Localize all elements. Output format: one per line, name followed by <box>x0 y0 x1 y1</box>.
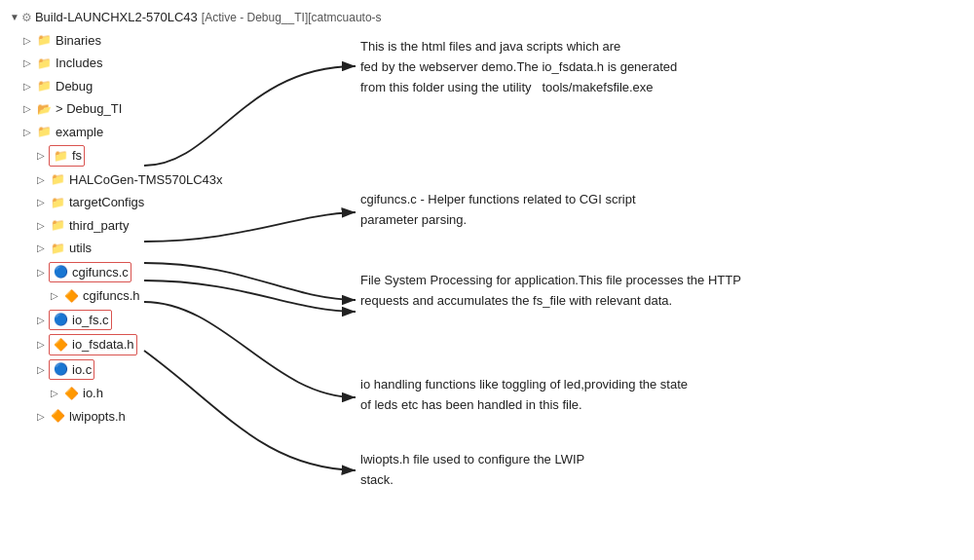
tree-item-debug-ti[interactable]: ▷ 📂 > Debug_TI <box>10 97 253 121</box>
expand-arrow-example: ▷ <box>23 125 33 139</box>
cgifuncs-h-file-icon: 🔶 <box>62 288 80 304</box>
tree-item-cgifuncs-h[interactable]: ▷ 🔶 cgifuncs.h <box>10 284 253 308</box>
io-fsdata-h-label: io_fsdata.h <box>72 335 134 355</box>
build-root-label: Build-LAUNCHXL2-570LC43 <box>35 8 198 27</box>
expand-arrow-cgifuncs-h: ▷ <box>51 288 60 303</box>
debug-ti-folder-icon: 📂 <box>35 101 53 117</box>
io-c-label: io.c <box>72 360 92 380</box>
io-fsdata-h-highlighted: 🔶 io_fsdata.h <box>49 334 137 355</box>
tree-item-targetconfigs[interactable]: ▷ 📁 targetConfigs <box>10 191 253 214</box>
annotation-lwipopts-text: lwiopts.h file used to configure the LWI… <box>360 452 584 487</box>
expand-arrow-includes: ▷ <box>23 56 33 70</box>
debug-folder-icon: 📁 <box>35 78 53 93</box>
tree-item-utils[interactable]: ▷ 📁 utils <box>10 237 253 260</box>
halcogen-label: HALCoGen-TMS570LC43x <box>69 170 223 190</box>
example-folder-icon: 📁 <box>35 124 53 139</box>
tree-item-halcogen[interactable]: ▷ 📁 HALCoGen-TMS570LC43x <box>10 168 253 192</box>
expand-arrow-third-party: ▷ <box>37 218 47 233</box>
fs-label: fs <box>72 146 82 166</box>
build-icon: ⚙ <box>21 10 32 25</box>
annotation-cgifuncs-text: cgifuncs.c - Helper functions related to… <box>360 192 636 227</box>
tree-item-io-fsdata-h[interactable]: ▷ 🔶 io_fsdata.h <box>10 332 253 357</box>
cgifuncs-c-file-icon: 🔵 <box>52 264 69 280</box>
file-tree: ▼ ⚙ Build-LAUNCHXL2-570LC43 [Active - De… <box>0 0 253 433</box>
tree-item-binaries[interactable]: ▷ 📁 Binaries <box>10 29 253 53</box>
expand-arrow-halcogen: ▷ <box>37 172 47 187</box>
expand-arrow-fs: ▷ <box>37 148 47 163</box>
expand-arrow-io-c: ▷ <box>37 362 47 377</box>
tree-item-includes[interactable]: ▷ 📁 Includes <box>10 52 253 75</box>
tree-item-cgifuncs-c[interactable]: ▷ 🔵 cgifuncs.c <box>10 260 253 285</box>
expand-arrow-targetconfigs: ▷ <box>37 195 47 209</box>
example-label: example <box>56 123 103 142</box>
io-c-file-icon: 🔵 <box>52 361 69 377</box>
halcogen-folder-icon: 📁 <box>49 171 66 187</box>
expand-arrow-io-h: ▷ <box>51 386 60 400</box>
tree-item-io-h[interactable]: ▷ 🔶 io.h <box>10 382 253 405</box>
annotation-fs: This is the html files and java scripts … <box>360 37 677 97</box>
lwipopts-h-file-icon: 🔶 <box>49 408 66 424</box>
debug-ti-label: > Debug_TI <box>56 99 122 119</box>
expand-arrow-io-fsdata-h: ▷ <box>37 337 47 352</box>
annotation-fs-text: This is the html files and java scripts … <box>360 39 677 94</box>
tree-item-lwipopts-h[interactable]: ▷ 🔶 lwipopts.h <box>10 405 253 429</box>
annotation-io-c-text: io handling functions like toggling of l… <box>360 377 688 412</box>
tree-item-io-fs-c[interactable]: ▷ 🔵 io_fs.c <box>10 308 253 333</box>
io-fs-c-highlighted: 🔵 io_fs.c <box>49 310 112 331</box>
fs-highlighted: 📁 fs <box>49 145 85 167</box>
utils-folder-icon: 📁 <box>49 241 66 256</box>
binaries-folder-icon: 📁 <box>35 32 53 48</box>
expand-arrow-debug: ▷ <box>23 79 33 93</box>
binaries-label: Binaries <box>56 31 101 51</box>
cgifuncs-c-label: cgifuncs.c <box>72 263 129 282</box>
tree-item-build-root[interactable]: ▼ ⚙ Build-LAUNCHXL2-570LC43 [Active - De… <box>10 6 253 29</box>
expand-arrow-utils: ▷ <box>37 241 47 255</box>
expand-arrow: ▼ <box>10 10 19 24</box>
includes-label: Includes <box>56 54 102 73</box>
annotation-cgifuncs: cgifuncs.c - Helper functions related to… <box>360 190 636 231</box>
targetconfigs-label: targetConfigs <box>69 193 144 212</box>
annotation-io-c: io handling functions like toggling of l… <box>360 375 688 416</box>
expand-arrow-binaries: ▷ <box>23 33 33 48</box>
tree-item-third-party[interactable]: ▷ 📁 third_party <box>10 214 253 238</box>
active-tag: [Active - Debug__TI] <box>202 9 308 26</box>
expand-arrow-lwipopts-h: ▷ <box>37 409 47 424</box>
tree-item-fs[interactable]: ▷ 📁 fs <box>10 143 253 168</box>
annotation-lwipopts: lwiopts.h file used to configure the LWI… <box>360 450 584 491</box>
io-h-label: io.h <box>83 384 103 403</box>
annotations-panel: This is the html files and java scripts … <box>360 0 964 560</box>
expand-arrow-debug-ti: ▷ <box>23 101 33 116</box>
utils-label: utils <box>69 239 92 258</box>
debug-label: Debug <box>56 77 93 96</box>
io-fs-c-file-icon: 🔵 <box>52 312 69 327</box>
io-h-file-icon: 🔶 <box>62 386 80 401</box>
third-party-folder-icon: 📁 <box>49 217 66 233</box>
fs-folder-icon: 📁 <box>52 148 69 164</box>
io-c-highlighted: 🔵 io.c <box>49 359 94 381</box>
tree-item-io-c[interactable]: ▷ 🔵 io.c <box>10 357 253 383</box>
includes-folder-icon: 📁 <box>35 56 53 71</box>
targetconfigs-folder-icon: 📁 <box>49 195 66 210</box>
expand-arrow-cgifuncs-c: ▷ <box>37 265 47 280</box>
lwipopts-h-label: lwipopts.h <box>69 407 126 427</box>
annotation-io-fs-text: File System Processing for application.T… <box>360 273 741 308</box>
io-fsdata-h-file-icon: 🔶 <box>52 337 69 353</box>
cgifuncs-c-highlighted: 🔵 cgifuncs.c <box>49 262 131 283</box>
tree-item-example[interactable]: ▷ 📁 example <box>10 121 253 144</box>
cgifuncs-h-label: cgifuncs.h <box>83 286 140 306</box>
annotation-io-fs: File System Processing for application.T… <box>360 271 741 312</box>
tree-item-debug[interactable]: ▷ 📁 Debug <box>10 75 253 98</box>
expand-arrow-io-fs-c: ▷ <box>37 313 47 327</box>
io-fs-c-label: io_fs.c <box>72 311 109 330</box>
third-party-label: third_party <box>69 216 129 236</box>
